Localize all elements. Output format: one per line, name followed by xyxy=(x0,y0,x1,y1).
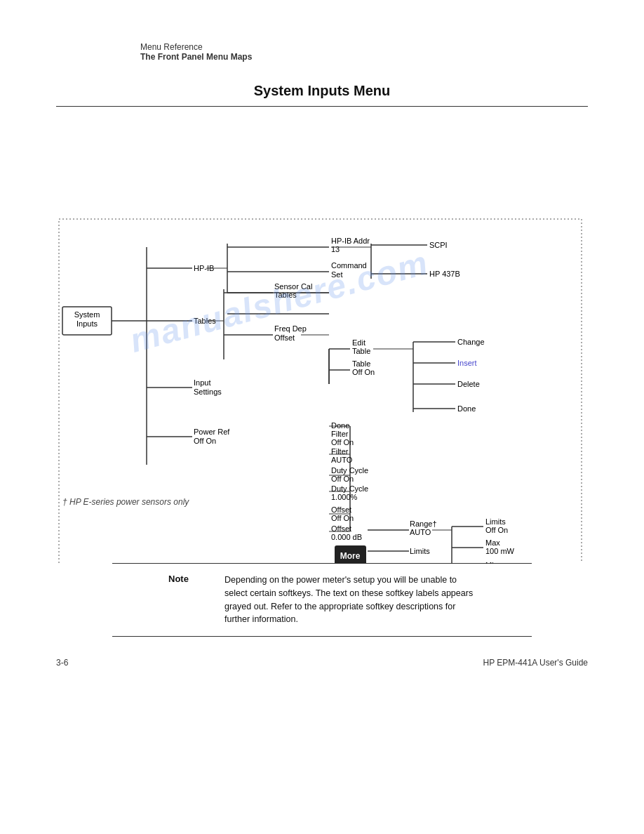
svg-text:Range†: Range† xyxy=(410,519,437,528)
svg-text:Off  On: Off On xyxy=(194,437,216,445)
svg-text:Min: Min xyxy=(485,561,498,563)
svg-text:Filter: Filter xyxy=(331,430,349,438)
svg-text:1.000%: 1.000% xyxy=(331,493,358,501)
svg-text:Inputs: Inputs xyxy=(76,319,98,328)
svg-text:Edit: Edit xyxy=(352,338,365,347)
svg-text:SCPI: SCPI xyxy=(429,241,448,249)
svg-text:0.000 dB: 0.000 dB xyxy=(331,533,362,541)
note-section: Note Depending on the power meter's setu… xyxy=(112,563,532,637)
svg-text:Max: Max xyxy=(485,538,500,547)
svg-text:Table: Table xyxy=(352,347,370,355)
svg-text:13: 13 xyxy=(331,245,340,253)
diagram-svg: System Inputs HP-IB Tables Input Setting… xyxy=(55,107,589,563)
svg-text:Table: Table xyxy=(352,359,370,368)
svg-text:Off  On: Off On xyxy=(331,475,354,483)
header-subtitle: Menu Reference xyxy=(140,42,644,52)
note-label: Note xyxy=(168,574,203,626)
page-number: 3-6 xyxy=(56,658,68,668)
svg-text:Off  On: Off On xyxy=(331,438,354,446)
section-title: System Inputs Menu xyxy=(0,83,644,99)
svg-text:Done: Done xyxy=(457,404,476,413)
guide-title: HP EPM-441A User's Guide xyxy=(483,658,588,668)
svg-text:Limits: Limits xyxy=(485,517,506,526)
svg-text:Offset: Offset xyxy=(331,505,351,514)
page-footer: 3-6 HP EPM-441A User's Guide xyxy=(0,637,644,682)
svg-text:Off  On: Off On xyxy=(485,526,508,534)
svg-text:Tables: Tables xyxy=(274,291,297,299)
svg-text:Sensor Cal: Sensor Cal xyxy=(274,282,312,291)
svg-text:Limits: Limits xyxy=(410,547,430,555)
svg-text:HP 437B: HP 437B xyxy=(429,270,460,278)
svg-text:System: System xyxy=(74,310,100,319)
svg-text:Offset: Offset xyxy=(331,524,351,533)
page: Menu Reference The Front Panel Menu Maps… xyxy=(0,0,644,834)
svg-text:100 mW: 100 mW xyxy=(485,547,515,555)
svg-text:Freq Dep: Freq Dep xyxy=(274,324,307,333)
svg-text:Done: Done xyxy=(331,421,349,430)
svg-text:Off  On: Off On xyxy=(331,514,354,522)
svg-text:Delete: Delete xyxy=(457,380,480,388)
svg-text:Duty Cycle: Duty Cycle xyxy=(331,484,368,493)
svg-text:HP-IB Addr: HP-IB Addr xyxy=(331,237,370,245)
svg-text:Duty Cycle: Duty Cycle xyxy=(331,466,368,475)
note-text: Depending on the power meter's setup you… xyxy=(224,574,476,626)
svg-text:Offset: Offset xyxy=(274,333,295,342)
svg-text:Input: Input xyxy=(194,378,210,387)
svg-text:Change: Change xyxy=(457,338,485,346)
diagram-container: manualshere.com System Inputs HP-IB Tabl… xyxy=(55,107,589,563)
more-button[interactable]: More xyxy=(340,551,361,561)
svg-text:Filter: Filter xyxy=(331,447,349,456)
svg-rect-98 xyxy=(59,219,582,563)
svg-text:Command: Command xyxy=(331,261,367,270)
svg-text:Power Ref: Power Ref xyxy=(194,428,230,436)
note-wrapper: Note Depending on the power meter's setu… xyxy=(56,563,588,637)
svg-text:Off  On: Off On xyxy=(352,368,375,376)
svg-text:Settings: Settings xyxy=(194,388,222,396)
svg-text:Insert: Insert xyxy=(457,359,477,367)
svg-text:AUTO: AUTO xyxy=(410,528,431,536)
header: Menu Reference The Front Panel Menu Maps xyxy=(0,0,644,69)
svg-text:AUTO: AUTO xyxy=(331,456,353,464)
svg-line-40 xyxy=(301,293,329,349)
header-title: The Front Panel Menu Maps xyxy=(140,52,644,62)
svg-text:Set: Set xyxy=(331,270,343,279)
footnote: † HP E-series power sensors only xyxy=(62,497,189,507)
